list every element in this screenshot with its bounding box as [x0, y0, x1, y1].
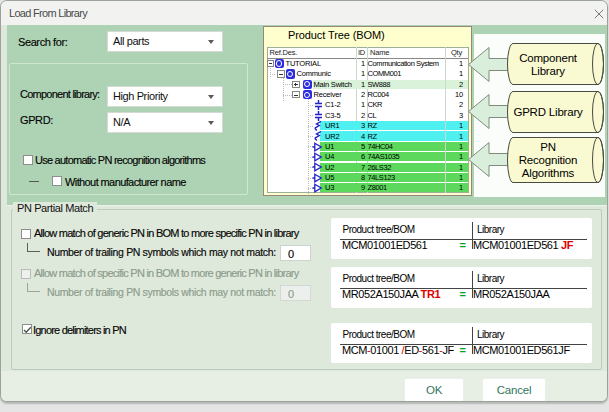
- svg-text:Library: Library: [531, 65, 565, 77]
- svg-text:GPRD Library: GPRD Library: [513, 106, 583, 118]
- svg-text:PN: PN: [540, 141, 556, 153]
- svg-text:Recognition: Recognition: [519, 154, 578, 166]
- svg-text:Algorithms: Algorithms: [522, 167, 575, 179]
- svg-text:Component: Component: [519, 52, 578, 64]
